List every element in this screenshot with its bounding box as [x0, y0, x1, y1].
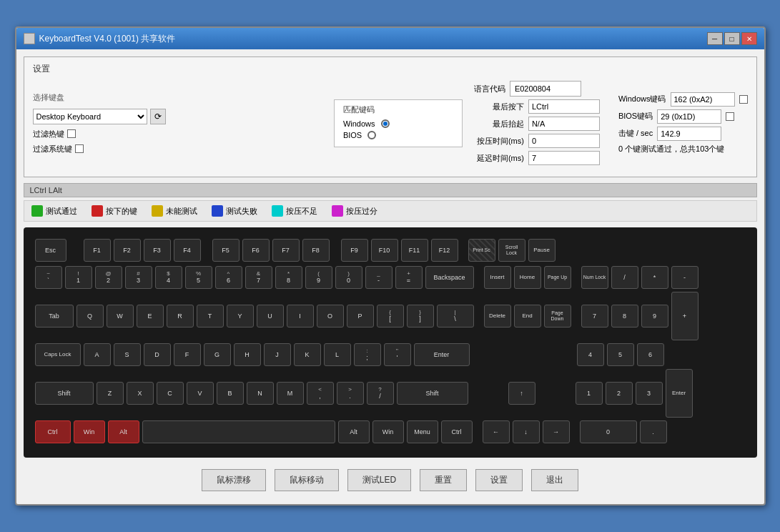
- key-f3[interactable]: F3: [144, 239, 171, 262]
- key-num0[interactable]: 0: [580, 420, 637, 443]
- key-delete[interactable]: Delete: [484, 305, 511, 327]
- key-9[interactable]: (9: [305, 266, 332, 289]
- key-3[interactable]: #3: [125, 266, 152, 289]
- key-quote[interactable]: "': [384, 343, 411, 366]
- key-rshift[interactable]: Shift: [397, 382, 468, 405]
- key-numpad-star[interactable]: *: [641, 266, 668, 289]
- key-scrolllock[interactable]: Scroll Lock: [498, 239, 525, 262]
- key-lalt[interactable]: Alt: [108, 420, 139, 443]
- keyboard-select[interactable]: Desktop Keyboard: [33, 109, 147, 124]
- key-num9[interactable]: 9: [641, 305, 668, 327]
- key-y[interactable]: Y: [227, 305, 254, 327]
- key-6[interactable]: ^6: [215, 266, 242, 289]
- key-f12[interactable]: F12: [431, 239, 458, 262]
- key-right[interactable]: →: [543, 420, 570, 443]
- close-button[interactable]: ✕: [741, 32, 757, 45]
- key-p[interactable]: P: [347, 305, 374, 327]
- settings-button[interactable]: 设置: [475, 469, 523, 491]
- exit-button[interactable]: 退出: [531, 469, 578, 491]
- key-minus[interactable]: _-: [365, 266, 393, 289]
- minimize-button[interactable]: ─: [707, 32, 723, 45]
- key-rbracket[interactable]: }]: [407, 305, 434, 327]
- key-f9[interactable]: F9: [341, 239, 368, 262]
- key-c[interactable]: C: [157, 382, 184, 405]
- key-insert[interactable]: Insert: [484, 266, 511, 289]
- key-numlock[interactable]: Num Lock: [581, 266, 608, 289]
- key-f2[interactable]: F2: [114, 239, 141, 262]
- key-equals[interactable]: +=: [395, 266, 423, 289]
- key-7[interactable]: &7: [245, 266, 272, 289]
- key-q[interactable]: Q: [76, 305, 104, 327]
- key-num1[interactable]: 1: [576, 382, 603, 405]
- key-f8[interactable]: F8: [302, 239, 330, 262]
- key-pagedown[interactable]: Page Down: [544, 305, 571, 327]
- key-backslash[interactable]: |\: [437, 305, 474, 327]
- key-t[interactable]: T: [197, 305, 224, 327]
- key-lwin[interactable]: Win: [74, 420, 105, 443]
- key-ralt[interactable]: Alt: [338, 420, 370, 443]
- key-slash[interactable]: ?/: [367, 382, 394, 405]
- key-pause[interactable]: Pause: [528, 239, 556, 262]
- filter-hotkey-checkbox[interactable]: [67, 129, 76, 138]
- key-space[interactable]: [142, 420, 335, 443]
- key-f10[interactable]: F10: [371, 239, 398, 262]
- match-bios-radio[interactable]: [367, 131, 376, 139]
- key-lbracket[interactable]: {[: [377, 305, 404, 327]
- mouse-move-button[interactable]: 鼠标移动: [275, 469, 339, 491]
- key-tab[interactable]: Tab: [35, 305, 74, 327]
- key-0[interactable]: )0: [335, 266, 362, 289]
- key-menu[interactable]: Menu: [407, 420, 438, 443]
- key-8[interactable]: *8: [275, 266, 302, 289]
- key-g[interactable]: G: [204, 343, 231, 366]
- key-l[interactable]: L: [324, 343, 351, 366]
- key-4[interactable]: $4: [155, 266, 182, 289]
- key-f11[interactable]: F11: [401, 239, 428, 262]
- match-windows-radio[interactable]: [381, 119, 390, 128]
- key-h[interactable]: H: [234, 343, 261, 366]
- key-f6[interactable]: F6: [242, 239, 270, 262]
- key-lctrl[interactable]: Ctrl: [35, 420, 71, 443]
- key-f5[interactable]: F5: [212, 239, 240, 262]
- key-z[interactable]: Z: [97, 382, 124, 405]
- mouse-hover-button[interactable]: 鼠标漂移: [202, 469, 266, 491]
- key-backtick[interactable]: ~`: [35, 266, 62, 289]
- key-numpad-slash[interactable]: /: [611, 266, 638, 289]
- key-num2[interactable]: 2: [606, 382, 633, 405]
- key-o[interactable]: O: [317, 305, 344, 327]
- key-numpad-minus[interactable]: -: [671, 266, 698, 289]
- key-d[interactable]: D: [144, 343, 171, 366]
- key-k[interactable]: K: [294, 343, 321, 366]
- key-rwin[interactable]: Win: [372, 420, 404, 443]
- key-b[interactable]: B: [217, 382, 244, 405]
- key-num8[interactable]: 8: [611, 305, 638, 327]
- key-num3[interactable]: 3: [636, 382, 663, 405]
- key-f[interactable]: F: [174, 343, 201, 366]
- key-end[interactable]: End: [514, 305, 541, 327]
- key-u[interactable]: U: [257, 305, 284, 327]
- key-num4[interactable]: 4: [577, 343, 604, 366]
- key-i[interactable]: I: [287, 305, 314, 327]
- key-pageup[interactable]: Page Up: [544, 266, 571, 289]
- key-numpad-plus[interactable]: +: [671, 292, 698, 340]
- key-lshift[interactable]: Shift: [35, 382, 94, 405]
- key-period[interactable]: >.: [337, 382, 364, 405]
- key-numpad-enter[interactable]: Enter: [666, 369, 693, 418]
- key-f4[interactable]: F4: [174, 239, 201, 262]
- key-f1[interactable]: F1: [84, 239, 111, 262]
- filter-system-checkbox[interactable]: [75, 144, 84, 153]
- key-2[interactable]: @2: [95, 266, 122, 289]
- key-w[interactable]: W: [107, 305, 134, 327]
- reset-button[interactable]: 重置: [420, 469, 467, 491]
- maximize-button[interactable]: □: [724, 32, 740, 45]
- key-s[interactable]: S: [114, 343, 141, 366]
- key-enter[interactable]: Enter: [414, 343, 470, 366]
- refresh-button[interactable]: ⟳: [150, 109, 166, 124]
- key-f7[interactable]: F7: [272, 239, 300, 262]
- key-esc[interactable]: Esc: [35, 239, 66, 262]
- key-backspace[interactable]: Backspace: [425, 266, 474, 289]
- key-5[interactable]: %5: [185, 266, 212, 289]
- key-capslock[interactable]: Caps Lock: [35, 343, 81, 366]
- language-code-input[interactable]: [510, 81, 581, 97]
- key-v[interactable]: V: [187, 382, 214, 405]
- key-r[interactable]: R: [167, 305, 194, 327]
